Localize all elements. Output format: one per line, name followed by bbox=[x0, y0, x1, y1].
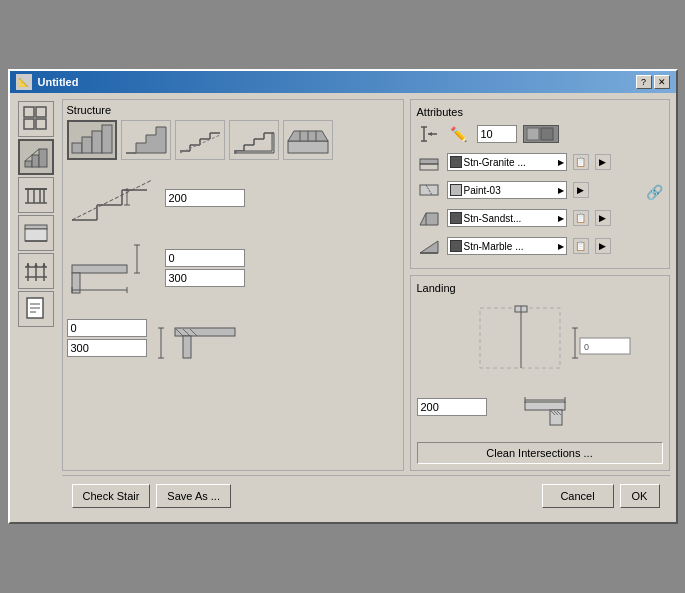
material-name-4: Stn-Marble ... bbox=[464, 241, 524, 252]
title-buttons: ? ✕ bbox=[636, 75, 670, 89]
svg-line-8 bbox=[32, 149, 39, 155]
stair-type-2-icon bbox=[124, 123, 168, 157]
svg-rect-52 bbox=[288, 141, 328, 153]
window-icon: 📐 bbox=[16, 74, 32, 90]
material-select-1[interactable]: Stn-Granite ... ▶ bbox=[447, 153, 567, 171]
landing-label: Landing bbox=[417, 282, 663, 294]
svg-rect-90 bbox=[420, 164, 438, 170]
material-select-2[interactable]: Paint-03 ▶ bbox=[447, 181, 567, 199]
dropdown-arrow-4: ▶ bbox=[558, 242, 564, 251]
nosing-section bbox=[67, 308, 399, 368]
landing-panel: Landing bbox=[410, 275, 670, 471]
title-bar: 📐 Untitled ? ✕ bbox=[10, 71, 676, 93]
material-select-4-text: Stn-Marble ... bbox=[450, 240, 524, 252]
nosing-bottom-input[interactable] bbox=[67, 339, 147, 357]
stair-type-1-icon bbox=[70, 123, 114, 157]
main-window: 📐 Untitled ? ✕ bbox=[8, 69, 678, 524]
height-toggle[interactable] bbox=[523, 125, 559, 143]
material-expand-btn-3[interactable]: ▶ bbox=[595, 210, 611, 226]
height-svg-icon bbox=[418, 123, 440, 145]
sidebar-item-document[interactable] bbox=[18, 291, 54, 327]
svg-rect-0 bbox=[24, 107, 34, 117]
material-action-btn-1[interactable]: 📋 bbox=[573, 154, 589, 170]
title-bar-left: 📐 Untitled bbox=[16, 74, 79, 90]
material-icon-1 bbox=[417, 150, 441, 174]
dropdown-arrow-2: ▶ bbox=[558, 186, 564, 195]
stair-type-5[interactable] bbox=[283, 120, 333, 160]
material-swatch-2 bbox=[450, 184, 462, 196]
nosing-inputs bbox=[67, 319, 147, 357]
height-input[interactable] bbox=[477, 125, 517, 143]
material-expand-btn-4[interactable]: ▶ bbox=[595, 238, 611, 254]
stair-type-4-icon bbox=[232, 123, 276, 157]
material-expand-btn-2[interactable]: ▶ bbox=[573, 182, 589, 198]
material-swatch-3 bbox=[450, 212, 462, 224]
railing-icon bbox=[22, 181, 50, 209]
material-select-4[interactable]: Stn-Marble ... ▶ bbox=[447, 237, 567, 255]
stair-type-1[interactable] bbox=[67, 120, 117, 160]
landing-diagram-area: 0 bbox=[417, 298, 663, 378]
sidebar-item-grid[interactable] bbox=[18, 101, 54, 137]
material-action-btn-3[interactable]: 📋 bbox=[573, 210, 589, 226]
nosing-top-input[interactable] bbox=[67, 319, 147, 337]
stair-type-3[interactable] bbox=[175, 120, 225, 160]
material-row-4: Stn-Marble ... ▶ 📋 ▶ bbox=[417, 234, 663, 258]
sidebar-item-stair[interactable] bbox=[18, 139, 54, 175]
save-as-button[interactable]: Save As ... bbox=[156, 484, 231, 508]
svg-rect-6 bbox=[39, 149, 47, 167]
svg-line-7 bbox=[25, 155, 32, 161]
svg-rect-32 bbox=[92, 131, 102, 153]
stair-type-2[interactable] bbox=[121, 120, 171, 160]
ok-button[interactable]: OK bbox=[620, 484, 660, 508]
tread-top-input[interactable] bbox=[165, 249, 245, 267]
dropdown-arrow-1: ▶ bbox=[558, 158, 564, 167]
sidebar-item-fence[interactable] bbox=[18, 253, 54, 289]
panels-row: Structure bbox=[62, 99, 670, 471]
landing-detail-svg bbox=[495, 382, 595, 432]
material-select-2-text: Paint-03 bbox=[450, 184, 501, 196]
close-button[interactable]: ✕ bbox=[654, 75, 670, 89]
bottom-left-buttons: Check Stair Save As ... bbox=[72, 484, 231, 508]
tread-inputs bbox=[165, 249, 245, 287]
sidebar-item-railing[interactable] bbox=[18, 177, 54, 213]
material-expand-btn-1[interactable]: ▶ bbox=[595, 154, 611, 170]
material-select-3[interactable]: Stn-Sandst... ▶ bbox=[447, 209, 567, 227]
structure-panel: Structure bbox=[62, 99, 404, 471]
bottom-bar: Check Stair Save As ... Cancel OK bbox=[62, 475, 670, 516]
cancel-button[interactable]: Cancel bbox=[542, 484, 614, 508]
tread-bottom-input[interactable] bbox=[165, 269, 245, 287]
svg-marker-95 bbox=[420, 241, 438, 253]
material-row-3: Stn-Sandst... ▶ 📋 ▶ bbox=[417, 206, 663, 230]
material-name-2: Paint-03 bbox=[464, 185, 501, 196]
document-icon bbox=[22, 295, 50, 323]
svg-marker-86 bbox=[428, 132, 432, 136]
material-swatch-4 bbox=[450, 240, 462, 252]
material-action-btn-4[interactable]: 📋 bbox=[573, 238, 589, 254]
landing-value2-input[interactable] bbox=[417, 398, 487, 416]
svg-rect-3 bbox=[36, 119, 46, 129]
nosing-diagram bbox=[155, 308, 245, 368]
riser-input[interactable] bbox=[165, 189, 245, 207]
svg-rect-75 bbox=[183, 336, 191, 358]
stringer-icon bbox=[418, 207, 440, 229]
svg-rect-88 bbox=[541, 128, 553, 140]
material-icon-4 bbox=[417, 234, 441, 258]
svg-rect-97 bbox=[480, 308, 560, 368]
stair-type-4[interactable] bbox=[229, 120, 279, 160]
svg-rect-15 bbox=[25, 225, 47, 229]
svg-rect-1 bbox=[36, 107, 46, 117]
svg-marker-93 bbox=[420, 213, 438, 225]
svg-rect-89 bbox=[420, 159, 438, 164]
landing-bottom-row bbox=[417, 382, 663, 432]
svg-line-43 bbox=[180, 135, 220, 153]
check-stair-button[interactable]: Check Stair bbox=[72, 484, 151, 508]
svg-marker-25 bbox=[42, 263, 46, 267]
svg-rect-105 bbox=[525, 402, 565, 410]
grid-icon bbox=[22, 105, 50, 133]
clean-intersections-button[interactable]: Clean Intersections ... bbox=[417, 442, 663, 464]
link-icon: 🔗 bbox=[646, 184, 663, 200]
sidebar-item-landing[interactable] bbox=[18, 215, 54, 251]
material-icon-2 bbox=[417, 178, 441, 202]
help-button[interactable]: ? bbox=[636, 75, 652, 89]
stair-side-icon bbox=[22, 143, 50, 171]
